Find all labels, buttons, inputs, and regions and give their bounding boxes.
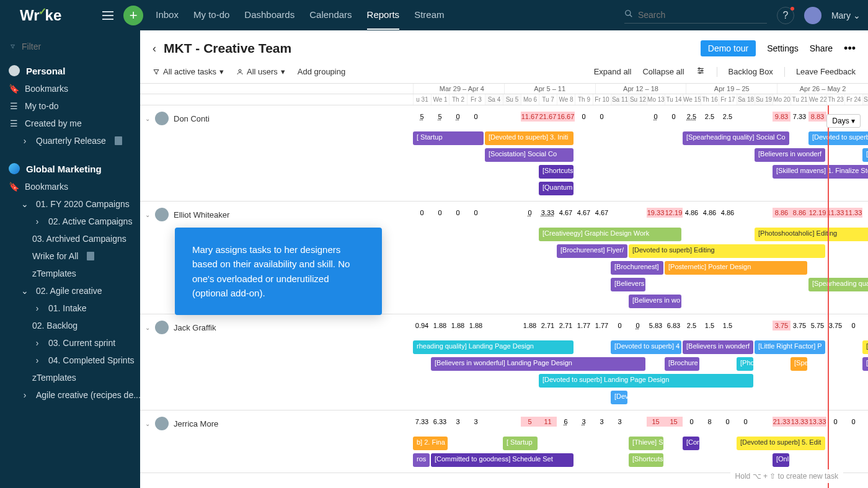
hour-cell[interactable] xyxy=(755,208,773,218)
hour-cell[interactable]: 2.5 xyxy=(683,112,701,122)
task-bar[interactable]: [Devoted to superb] S xyxy=(862,148,868,162)
hour-cell[interactable] xyxy=(755,417,773,427)
task-bar[interactable]: [Bel xyxy=(862,357,868,371)
hour-cell[interactable]: 1.88 xyxy=(467,321,485,331)
hamburger-icon[interactable] xyxy=(99,11,117,20)
hour-cell[interactable]: 2.5 xyxy=(683,321,701,331)
hour-cell[interactable]: 0 xyxy=(629,321,647,331)
hour-cell[interactable] xyxy=(755,321,773,331)
chevron-down-icon[interactable]: ⌄ xyxy=(145,211,150,218)
nav-stream[interactable]: Stream xyxy=(414,1,444,30)
backlog-box[interactable]: Backlog Box xyxy=(728,67,773,76)
hour-cell[interactable]: 3 xyxy=(575,417,593,427)
search-box[interactable] xyxy=(624,7,767,24)
hour-cell[interactable]: 4.67 xyxy=(593,208,611,218)
hour-cell[interactable]: 8 xyxy=(701,417,719,427)
task-bar[interactable]: [Cor xyxy=(683,437,699,450)
time-unit-selector[interactable]: Days ▾ xyxy=(826,114,861,128)
hour-cell[interactable]: 0 xyxy=(665,112,683,122)
filter-users[interactable]: All users ▾ xyxy=(236,67,285,76)
sidebar-global-header[interactable]: Global Marketing xyxy=(0,159,140,178)
hour-cell[interactable]: 11.33 xyxy=(844,208,862,218)
hour-cell[interactable]: 1.88 xyxy=(449,321,467,331)
settings-icon[interactable] xyxy=(696,66,706,77)
back-arrow-icon[interactable]: ‹ xyxy=(153,42,156,55)
hour-cell[interactable]: 3.33 xyxy=(539,208,557,218)
task-bar[interactable]: [Brochurenest] xyxy=(611,261,663,275)
hour-cell[interactable] xyxy=(485,417,503,427)
task-bar[interactable]: [Creativeegy] Graphic Design Work xyxy=(539,228,681,241)
hour-cell[interactable] xyxy=(737,208,755,218)
settings-button[interactable]: Settings xyxy=(767,43,799,53)
hour-cell[interactable]: 3 xyxy=(449,417,467,427)
hour-cell[interactable] xyxy=(629,208,647,218)
hour-cell[interactable]: 0 xyxy=(844,321,862,331)
task-bar[interactable]: rheading quality] Landing Page Design xyxy=(413,340,574,354)
hour-cell[interactable] xyxy=(503,112,521,122)
sidebar-quarterly[interactable]: ›Quarterly Release xyxy=(0,132,140,149)
task-bar[interactable]: [Pho xyxy=(737,357,753,371)
task-bar[interactable]: [Devoted to superb] 3. Initi xyxy=(485,131,574,145)
hour-cell[interactable]: 2.5 xyxy=(719,112,737,122)
hour-cell[interactable] xyxy=(629,112,647,122)
hour-cell[interactable]: 0 xyxy=(862,321,868,331)
hour-cell[interactable]: 15 xyxy=(665,417,683,427)
hour-cell[interactable]: 0 xyxy=(737,417,755,427)
leave-feedback[interactable]: Leave Feedback xyxy=(796,67,856,76)
task-bar[interactable]: [Photoshootaholic] Editing xyxy=(755,228,868,241)
hour-cell[interactable] xyxy=(737,112,755,122)
hour-cell[interactable]: 2.71 xyxy=(539,321,557,331)
hour-cell[interactable] xyxy=(862,112,868,122)
hour-cell[interactable] xyxy=(503,417,521,427)
share-button[interactable]: Share xyxy=(810,43,833,53)
hour-cell[interactable] xyxy=(611,208,629,218)
hour-cell[interactable]: 4.86 xyxy=(719,208,737,218)
hour-cell[interactable]: 8.83 xyxy=(808,112,826,122)
sidebar-archived[interactable]: 03. Archived Campaigns xyxy=(0,230,140,247)
task-bar[interactable]: [Devoted to superb] Editing xyxy=(629,244,825,258)
user-avatar[interactable] xyxy=(804,7,822,24)
hour-cell[interactable]: 2.5 xyxy=(701,112,719,122)
hour-cell[interactable]: 11 xyxy=(539,417,557,427)
task-bar[interactable]: [Posterne xyxy=(862,340,868,354)
expand-all[interactable]: Expand all xyxy=(594,67,632,76)
task-bar[interactable]: [Posternetic] Poster Design xyxy=(665,261,807,275)
hour-cell[interactable]: 1.77 xyxy=(593,321,611,331)
hour-cell[interactable] xyxy=(485,208,503,218)
hour-cell[interactable]: 6.33 xyxy=(431,417,449,427)
hour-cell[interactable]: 1.88 xyxy=(431,321,449,331)
task-bar[interactable]: [Believers in wonderf xyxy=(683,340,753,354)
hour-cell[interactable]: 8.86 xyxy=(790,208,808,218)
task-bar[interactable]: [Dev xyxy=(611,391,627,404)
task-bar[interactable]: [Spe xyxy=(790,357,807,371)
sidebar-active-campaigns[interactable]: ›02. Active Campaigns xyxy=(0,213,140,230)
hour-cell[interactable]: 5.75 xyxy=(808,321,826,331)
sidebar-agile[interactable]: ⌄02. Agile creative xyxy=(0,282,140,299)
nav-my-to-do[interactable]: My to-do xyxy=(193,1,229,30)
sidebar-recipes[interactable]: ›Agile creative (recipes de... xyxy=(0,386,140,404)
hour-cell[interactable]: 8.86 xyxy=(773,208,790,218)
task-bar[interactable]: [Brochure xyxy=(665,357,699,371)
hour-cell[interactable]: 12.19 xyxy=(808,208,826,218)
hour-cell[interactable]: 5 xyxy=(431,112,449,122)
hour-cell[interactable]: 16.67 xyxy=(557,112,575,122)
hour-cell[interactable]: 5 xyxy=(413,112,431,122)
hour-cell[interactable] xyxy=(485,112,503,122)
sidebar-fy2020[interactable]: ⌄01. FY 2020 Campaigns xyxy=(0,195,140,213)
hour-cell[interactable]: 1.5 xyxy=(719,321,737,331)
hour-cell[interactable] xyxy=(862,208,868,218)
hour-cell[interactable]: 9.83 xyxy=(773,112,790,122)
hour-cell[interactable]: 11.33 xyxy=(826,208,844,218)
hour-cell[interactable]: 13.33 xyxy=(808,417,826,427)
hour-cell[interactable] xyxy=(862,417,868,427)
task-bar[interactable]: [Shortcuts xyxy=(539,165,574,179)
hour-cell[interactable]: 4.67 xyxy=(575,208,593,218)
chevron-down-icon[interactable]: ⌄ xyxy=(145,324,150,331)
hour-cell[interactable]: 0 xyxy=(683,417,701,427)
hour-cell[interactable] xyxy=(737,321,755,331)
hour-cell[interactable]: 0 xyxy=(575,112,593,122)
hour-cell[interactable]: 4.86 xyxy=(701,208,719,218)
sidebar-mytodo[interactable]: ☰My to-do xyxy=(0,97,140,115)
hour-cell[interactable]: 4.67 xyxy=(557,208,575,218)
task-bar[interactable]: [Believers in wo xyxy=(629,295,681,308)
